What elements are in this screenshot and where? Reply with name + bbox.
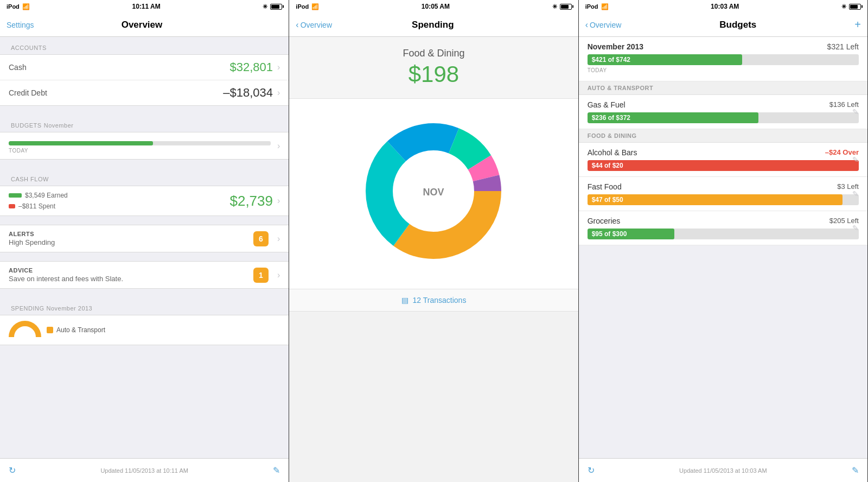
edit-icon-1[interactable]: ✎ xyxy=(273,465,280,475)
back-label-3: Overview xyxy=(590,21,621,29)
november-row[interactable]: November 2013 $321 Left $421 of $742 TOD… xyxy=(579,37,867,81)
cashflow-header: CASH FLOW xyxy=(0,168,289,186)
chevron-right-alerts: › xyxy=(277,234,280,244)
edit-fastfood-icon[interactable]: ✎ xyxy=(852,189,859,198)
debt-label: Credit Debt xyxy=(9,88,47,97)
transactions-bar[interactable]: ▤ 12 Transactions xyxy=(289,289,578,312)
spending-row[interactable]: Auto & Transport xyxy=(0,315,289,345)
november-spent-label: $421 of $742 xyxy=(592,56,630,64)
add-budget-button[interactable]: + xyxy=(854,18,861,31)
edit-alcohol-icon[interactable]: ✎ xyxy=(852,155,859,164)
budget-bar xyxy=(9,141,153,145)
donut-chart: NOV xyxy=(352,110,515,272)
carrier-3: iPod xyxy=(585,3,598,10)
chevron-right-budgets: › xyxy=(277,141,280,151)
footer-text-1: Updated 11/05/2013 at 10:11 AM xyxy=(100,467,188,474)
fastfood-item[interactable]: Fast Food $3 Left $47 of $50 ✎ xyxy=(579,177,867,211)
donut-label: NOV xyxy=(423,187,444,198)
alerts-sub: High Spending xyxy=(9,238,55,246)
chevron-right-debt: › xyxy=(277,88,280,98)
footer-1: ↻ Updated 11/05/2013 at 10:11 AM ✎ xyxy=(0,458,289,482)
bluetooth-icon-1: ✳ xyxy=(263,3,267,10)
battery-icon-3 xyxy=(849,4,861,10)
wifi-icon-1: 📶 xyxy=(22,3,30,10)
nav-bar-3: ‹ Overview Budgets + xyxy=(579,13,867,37)
spent-bar xyxy=(9,204,15,208)
advice-row[interactable]: ADVICE Save on interest and fees with Sl… xyxy=(0,261,289,289)
refresh-icon-1[interactable]: ↻ xyxy=(9,465,16,475)
alerts-row[interactable]: ALERTS High Spending 6 › xyxy=(0,225,289,252)
groceries-name: Groceries xyxy=(588,217,621,225)
footer-3: ↻ Updated 11/05/2013 at 10:03 AM ✎ xyxy=(579,458,867,482)
donut-chart-container: NOV xyxy=(289,99,578,289)
chevron-left-icon-3: ‹ xyxy=(585,20,588,30)
back-overview-button-3[interactable]: ‹ Overview xyxy=(585,20,622,30)
panel-spending: iPod 📶 10:05 AM ✳ ‹ Overview Spending Fo… xyxy=(289,0,578,482)
alcohol-bar: $44 of $20 xyxy=(588,160,859,171)
edit-gas-icon[interactable]: ✎ xyxy=(852,107,859,116)
time-3: 10:03 AM xyxy=(711,3,739,10)
time-2: 10:05 AM xyxy=(422,3,450,10)
cash-label: Cash xyxy=(9,63,27,72)
category-name: Food & Dining xyxy=(298,48,569,59)
time-1: 10:11 AM xyxy=(132,3,160,10)
spending-amount: $198 xyxy=(298,61,569,87)
debt-value: –$18,034 xyxy=(223,86,273,100)
gas-spent: $236 of $372 xyxy=(592,114,630,122)
footer-text-3: Updated 11/05/2013 at 10:03 AM xyxy=(679,467,767,474)
transactions-icon: ▤ xyxy=(401,296,409,305)
groceries-bar: $95 of $300 xyxy=(588,229,674,239)
groceries-item[interactable]: Groceries $205 Left $95 of $300 ✎ xyxy=(579,211,867,245)
budgets-row[interactable]: TODAY › xyxy=(0,132,289,160)
carrier-2: iPod xyxy=(296,3,309,10)
debt-row[interactable]: Credit Debt –$18,034 › xyxy=(0,80,289,105)
gas-fuel-item[interactable]: Gas & Fuel $136 Left $236 of $372 ✎ xyxy=(579,95,867,129)
spent-label: –$811 Spent xyxy=(18,202,55,210)
accounts-header: ACCOUNTS xyxy=(0,37,289,54)
fastfood-spent: $47 of $50 xyxy=(592,196,623,204)
cashflow-row[interactable]: $3,549 Earned –$811 Spent $2,739 › xyxy=(0,186,289,216)
budgets-header: BUDGETSNovember xyxy=(0,115,289,132)
advice-badge: 1 xyxy=(253,268,269,283)
fastfood-name: Fast Food xyxy=(588,182,622,191)
november-today: TODAY xyxy=(588,67,859,73)
cashflow-total: $2,739 xyxy=(229,193,273,210)
nav-bar-2: ‹ Overview Spending xyxy=(289,13,578,37)
back-overview-button[interactable]: ‹ Overview xyxy=(296,20,332,30)
edit-icon-3[interactable]: ✎ xyxy=(852,465,859,475)
cash-row[interactable]: Cash $32,801 › xyxy=(0,55,289,80)
settings-button[interactable]: Settings xyxy=(7,21,34,29)
edit-groceries-icon[interactable]: ✎ xyxy=(852,224,859,232)
budgets-month: November xyxy=(44,122,74,129)
wifi-icon-3: 📶 xyxy=(601,3,609,10)
status-bar-1: iPod 📶 10:11 AM ✳ xyxy=(0,0,289,13)
gas-name: Gas & Fuel xyxy=(588,100,626,109)
legend-dot-auto xyxy=(47,327,53,333)
panel-budgets: iPod 📶 10:03 AM ✳ ‹ Overview Budgets + N… xyxy=(579,0,868,482)
back-label-2: Overview xyxy=(301,21,332,29)
alcohol-item[interactable]: Alcohol & Bars –$24 Over $44 of $20 ✎ xyxy=(579,143,867,177)
spending-category-header: Food & Dining $198 xyxy=(289,37,578,99)
advice-sub: Save on interest and fees with Slate. xyxy=(9,275,123,283)
cat-auto-transport: AUTO & TRANSPORT xyxy=(579,81,867,95)
spending-month: November 2013 xyxy=(46,305,92,312)
refresh-icon-3[interactable]: ↻ xyxy=(588,465,595,475)
alerts-title: ALERTS xyxy=(9,231,55,237)
nav-bar-1: Settings Overview xyxy=(0,13,289,37)
earned-bar xyxy=(9,193,22,198)
fastfood-bar: $47 of $50 xyxy=(588,194,843,205)
budgets-title: Budgets xyxy=(719,20,756,30)
chevron-right-cash: › xyxy=(277,62,280,72)
settings-label: Settings xyxy=(7,21,34,29)
wifi-icon-2: 📶 xyxy=(311,3,319,10)
status-bar-2: iPod 📶 10:05 AM ✳ xyxy=(289,0,578,13)
panel-overview: iPod 📶 10:11 AM ✳ Settings Overview ACCO… xyxy=(0,0,289,482)
alcohol-spent: $44 of $20 xyxy=(592,162,623,169)
chevron-left-icon: ‹ xyxy=(296,20,298,30)
groceries-spent: $95 of $300 xyxy=(592,230,627,238)
alcohol-name: Alcohol & Bars xyxy=(588,148,637,157)
overview-title: Overview xyxy=(122,20,163,30)
legend-label-auto: Auto & Transport xyxy=(56,326,105,334)
battery-icon-2 xyxy=(560,4,572,10)
status-bar-3: iPod 📶 10:03 AM ✳ xyxy=(579,0,867,13)
